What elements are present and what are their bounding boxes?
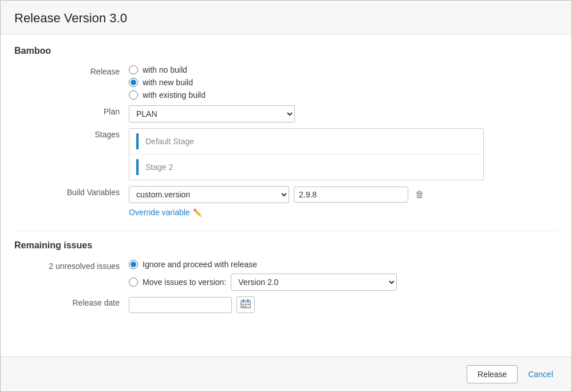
release-row: Release with no build with new build: [14, 65, 558, 100]
dialog-footer: Release Cancel: [1, 357, 571, 391]
ignore-issues-radio[interactable]: [129, 260, 138, 269]
release-no-build-radio[interactable]: [129, 65, 138, 74]
release-date-content: [129, 296, 558, 313]
stage-item-2: Stage 2: [129, 155, 483, 180]
build-variables-label: Build Variables: [14, 186, 129, 197]
calendar-button[interactable]: [236, 296, 255, 313]
svg-rect-7: [242, 306, 244, 307]
remaining-issues-title: Remaining issues: [14, 240, 558, 251]
unresolved-count-label: 2 unresolved issues: [14, 260, 129, 271]
stage-label-2: Stage 2: [145, 163, 173, 172]
section-divider: [14, 231, 558, 231]
dialog-title: Release Version 3.0: [14, 11, 558, 26]
move-issues-option[interactable]: Move issues to version:: [129, 278, 226, 287]
stages-content: Default Stage Stage 2: [129, 128, 558, 180]
plan-content: PLAN: [129, 105, 558, 122]
release-dialog: Release Version 3.0 Bamboo Release with …: [0, 0, 572, 392]
release-new-build-option[interactable]: with new build: [129, 78, 558, 87]
release-new-build-label: with new build: [143, 78, 193, 87]
release-date-input[interactable]: [129, 297, 232, 313]
stage-label-1: Default Stage: [145, 137, 194, 146]
build-variable-input[interactable]: [294, 187, 408, 203]
stage-indicator-2: [136, 159, 139, 175]
stage-indicator-1: [136, 133, 139, 149]
svg-rect-8: [245, 306, 247, 307]
bamboo-section: Bamboo Release with no build with new bu…: [14, 46, 558, 217]
release-button[interactable]: Release: [467, 365, 518, 383]
bamboo-section-title: Bamboo: [14, 46, 558, 56]
override-variable-link[interactable]: Override variable ✏️: [129, 208, 558, 217]
release-existing-build-label: with existing build: [143, 90, 206, 100]
release-existing-build-option[interactable]: with existing build: [129, 90, 558, 100]
pencil-icon: ✏️: [193, 208, 202, 217]
move-issues-row: Move issues to version: Version 2.0 Vers…: [129, 274, 558, 291]
svg-rect-6: [247, 304, 249, 305]
release-date-label: Release date: [14, 296, 129, 307]
delete-variable-button[interactable]: 🗑: [413, 187, 427, 202]
release-no-build-label: with no build: [143, 65, 187, 74]
stages-row: Stages Default Stage Stage 2: [14, 128, 558, 180]
dialog-body: Bamboo Release with no build with new bu…: [1, 34, 571, 357]
cancel-button[interactable]: Cancel: [523, 365, 558, 383]
build-variable-select[interactable]: custom.version: [129, 186, 289, 203]
unresolved-issues-row: 2 unresolved issues Ignore and proceed w…: [14, 260, 558, 291]
stages-label: Stages: [14, 128, 129, 139]
stage-item-1: Default Stage: [129, 129, 483, 155]
dialog-header: Release Version 3.0: [1, 1, 571, 34]
build-variables-content: custom.version 🗑 Override variable ✏️: [129, 186, 558, 217]
svg-rect-4: [242, 304, 244, 305]
plan-select[interactable]: PLAN: [129, 105, 295, 122]
override-variable-label: Override variable: [129, 208, 190, 217]
plan-row: Plan PLAN: [14, 105, 558, 122]
release-existing-build-radio[interactable]: [129, 90, 138, 100]
release-label: Release: [14, 65, 129, 76]
plan-label: Plan: [14, 105, 129, 116]
release-options: with no build with new build with existi…: [129, 65, 558, 100]
build-variables-inputs: custom.version 🗑: [129, 186, 558, 203]
ignore-issues-label: Ignore and proceed with release: [143, 260, 257, 269]
svg-rect-1: [241, 300, 250, 303]
remaining-issues-section: Remaining issues 2 unresolved issues Ign…: [14, 240, 558, 313]
release-radio-group: with no build with new build with existi…: [129, 65, 558, 100]
issues-options-content: Ignore and proceed with release Move iss…: [129, 260, 558, 291]
build-variables-row: Build Variables custom.version 🗑 Overrid…: [14, 186, 558, 217]
release-date-row: Release date: [14, 296, 558, 313]
issues-options: Ignore and proceed with release Move iss…: [129, 260, 558, 291]
svg-rect-5: [245, 304, 247, 305]
release-date-input-row: [129, 296, 558, 313]
release-new-build-radio[interactable]: [129, 78, 138, 87]
ignore-issues-option[interactable]: Ignore and proceed with release: [129, 260, 558, 269]
version-select[interactable]: Version 2.0 Version 3.0: [231, 274, 397, 291]
calendar-icon: [240, 299, 251, 308]
move-issues-radio[interactable]: [129, 278, 138, 287]
move-issues-label: Move issues to version:: [143, 278, 226, 287]
release-no-build-option[interactable]: with no build: [129, 65, 558, 74]
stages-box: Default Stage Stage 2: [129, 128, 484, 180]
